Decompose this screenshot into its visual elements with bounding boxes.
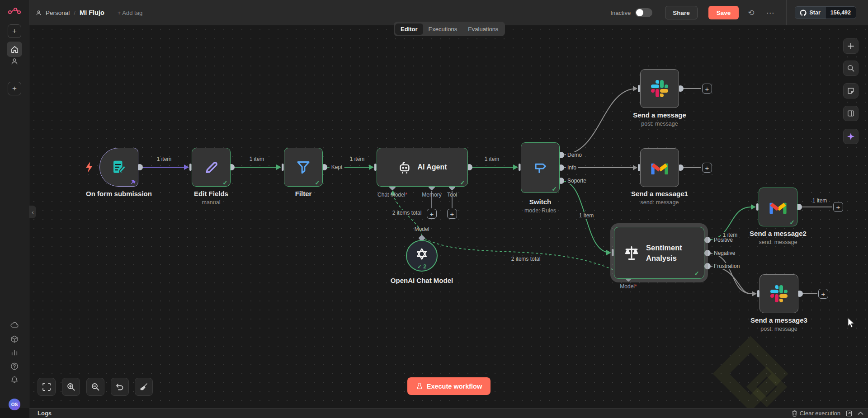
- search-icon[interactable]: [843, 61, 859, 76]
- success-check-icon: ✓: [789, 219, 795, 226]
- add-tag-button[interactable]: + Add tag: [118, 9, 142, 16]
- output-label-soporte: Soporte: [566, 178, 588, 184]
- workflow-title[interactable]: Mi Flujo: [80, 9, 104, 16]
- success-check-icon: ✓: [222, 179, 228, 186]
- tidy-up-button[interactable]: [135, 378, 153, 396]
- sidebar-item-personal[interactable]: [11, 58, 18, 65]
- connection-demo-slack[interactable]: [561, 89, 637, 155]
- save-button[interactable]: Save: [708, 6, 739, 19]
- share-button[interactable]: Share: [665, 6, 698, 19]
- node-subtitle: send: message: [641, 199, 679, 206]
- node-subtitle: post: message: [760, 326, 797, 332]
- ai-assistant-sparkle-icon[interactable]: [843, 129, 859, 144]
- activation-status-label: Inactive: [610, 9, 631, 16]
- node-edit-fields[interactable]: ✓: [192, 148, 231, 187]
- node-subtitle: send: message: [759, 239, 797, 245]
- zoom-to-fit-button[interactable]: [38, 378, 56, 396]
- zoom-out-button[interactable]: [86, 378, 104, 396]
- wire-label: 1 item: [248, 156, 266, 162]
- port-label-model-out: Model: [413, 226, 431, 232]
- breadcrumb-project[interactable]: Personal: [46, 9, 70, 16]
- add-node-button[interactable]: +: [702, 84, 712, 94]
- node-ai-agent[interactable]: AI Agent ✓: [377, 148, 468, 187]
- notifications-bell-icon[interactable]: [11, 376, 18, 384]
- add-tool-button[interactable]: +: [447, 209, 457, 219]
- undo-button[interactable]: [111, 378, 129, 396]
- output-label-frustration: Frustration: [712, 263, 741, 269]
- github-star-widget[interactable]: Star 156,492: [795, 6, 856, 19]
- workflow-activation-toggle[interactable]: [635, 8, 652, 17]
- n8n-workflow-editor: On form submission ✓ Edit Fields manual …: [0, 0, 868, 418]
- add-node-button[interactable]: +: [818, 289, 828, 299]
- slack-icon: [651, 80, 668, 97]
- slack-icon: [770, 285, 788, 302]
- node-subtitle: mode: Rules: [524, 207, 556, 214]
- sticky-note-icon[interactable]: [843, 83, 859, 99]
- tab-editor[interactable]: Editor: [395, 23, 423, 35]
- node-slack-send-message3[interactable]: [760, 274, 798, 313]
- node-openai-chat-model[interactable]: ✓ 2: [406, 240, 438, 272]
- expand-logs-chevron-icon[interactable]: [858, 411, 863, 415]
- insights-chart-icon[interactable]: [11, 349, 18, 356]
- node-form-trigger[interactable]: [99, 148, 138, 187]
- add-node-button[interactable]: +: [702, 163, 712, 173]
- view-tab-bar: Editor Executions Evaluations: [394, 22, 505, 36]
- wire-label: 1 item: [721, 232, 740, 238]
- port-label-chat-model: Chat Model*: [377, 192, 407, 198]
- node-gmail-send-message1[interactable]: [640, 148, 679, 187]
- node-switch[interactable]: ✓: [521, 142, 560, 193]
- zoom-in-button[interactable]: [62, 378, 80, 396]
- node-filter[interactable]: ✓: [284, 148, 323, 187]
- node-title-inline: SentimentAnalysis: [646, 243, 682, 263]
- robot-icon: [397, 160, 412, 174]
- github-icon: [800, 9, 807, 16]
- node-subtitle: manual: [202, 199, 221, 206]
- n8n-logo[interactable]: [8, 6, 21, 15]
- lightning-bolt-icon: [85, 162, 94, 173]
- wire-label: 1 item: [155, 156, 174, 162]
- flask-icon: [416, 383, 423, 390]
- help-icon[interactable]: [11, 362, 19, 370]
- success-check-icon: ✓: [315, 179, 320, 186]
- node-subtitle: post: message: [641, 121, 678, 127]
- wire-label-items-total: 2 items total: [509, 256, 542, 262]
- node-title: Filter: [295, 190, 312, 197]
- node-slack-send-message[interactable]: [640, 69, 679, 108]
- sidebar-item-overview[interactable]: [7, 42, 22, 57]
- app-sidebar: + + OS: [0, 0, 29, 408]
- tab-executions[interactable]: Executions: [423, 23, 463, 35]
- github-star-label: Star: [809, 9, 820, 16]
- add-project-button[interactable]: +: [8, 82, 21, 95]
- templates-package-icon[interactable]: [11, 335, 18, 343]
- signpost-icon: [533, 160, 548, 175]
- execute-workflow-button[interactable]: Execute workflow: [407, 377, 491, 395]
- history-icon[interactable]: ⟲: [748, 8, 754, 18]
- create-workflow-button[interactable]: +: [8, 24, 21, 38]
- open-logs-popout-icon[interactable]: [846, 410, 852, 417]
- panel-collapse-handle[interactable]: ‹: [29, 206, 36, 218]
- add-node-button[interactable]: +: [833, 202, 843, 212]
- success-check-icon: ✓: [460, 179, 465, 186]
- node-title: Edit Fields: [194, 190, 228, 197]
- clear-execution-button[interactable]: Clear execution: [792, 410, 840, 417]
- pinned-data-pin-icon: [130, 179, 136, 185]
- user-avatar[interactable]: OS: [9, 399, 20, 410]
- node-title: OpenAI Chat Model: [391, 277, 453, 284]
- logs-panel-bar[interactable]: Logs Clear execution: [29, 408, 868, 418]
- node-title: Send a message3: [750, 316, 807, 324]
- node-sentiment-analysis[interactable]: SentimentAnalysis ✓: [614, 227, 704, 279]
- output-label-info: Info: [566, 164, 578, 171]
- node-gmail-send-message2[interactable]: ✓: [759, 188, 797, 226]
- more-options-icon[interactable]: ⋯: [766, 8, 774, 18]
- scales-icon: [623, 245, 640, 261]
- success-check-icon: ✓: [694, 270, 699, 277]
- user-icon: [36, 10, 42, 16]
- tab-evaluations[interactable]: Evaluations: [462, 23, 504, 35]
- cloud-admin-icon[interactable]: [10, 322, 19, 328]
- pencil-icon: [203, 160, 219, 175]
- node-title: Send a message2: [750, 230, 807, 237]
- run-count-badge: ✓ 2: [417, 263, 426, 270]
- layout-panel-icon[interactable]: [843, 106, 859, 121]
- add-memory-button[interactable]: +: [427, 209, 437, 219]
- add-node-panel-button[interactable]: [843, 38, 859, 54]
